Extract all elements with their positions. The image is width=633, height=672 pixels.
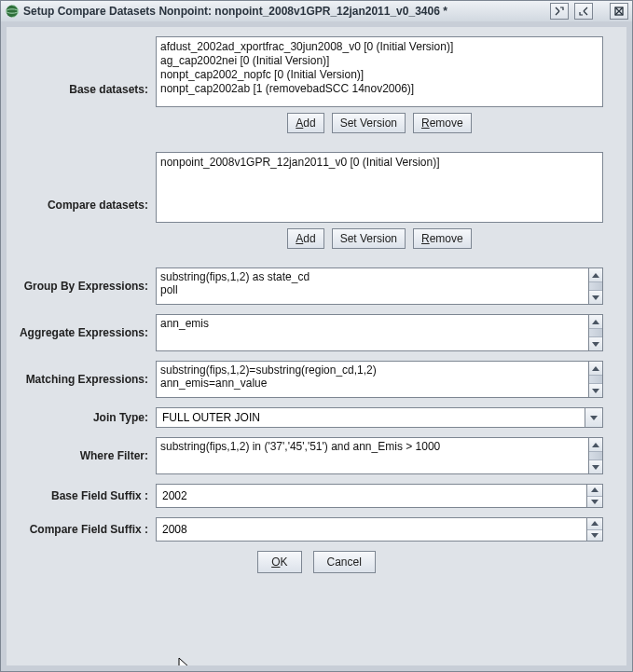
chevron-down-icon[interactable] — [585, 408, 602, 427]
scroll-thumb[interactable] — [589, 452, 602, 459]
list-item[interactable]: afdust_2002ad_xportfrac_30jun2008_v0 [0 … — [160, 40, 599, 54]
row-join-type: Join Type: FULL OUTER JOIN — [18, 407, 615, 428]
base-suffix-spinner — [586, 485, 602, 507]
maximize-button[interactable] — [574, 3, 593, 20]
app-icon — [5, 4, 20, 19]
base-suffix-input[interactable] — [157, 485, 586, 507]
minimize-button[interactable] — [550, 3, 569, 20]
scroll-down-icon[interactable] — [589, 383, 602, 397]
scroll-down-icon[interactable] — [589, 290, 602, 304]
where-filter-input[interactable] — [156, 437, 588, 474]
set-version-compare-button[interactable]: Set Version — [332, 228, 406, 249]
label-matching: Matching Expressions: — [18, 373, 156, 386]
label-where-filter: Where Filter: — [18, 449, 156, 462]
join-type-value: FULL OUTER JOIN — [157, 408, 585, 427]
compare-suffix-input[interactable] — [157, 518, 586, 541]
aggregate-wrap — [156, 314, 603, 351]
add-compare-button[interactable]: Add — [287, 228, 323, 249]
list-item[interactable]: nonpt_cap2002ab [1 (removebadSCC 14nov20… — [160, 82, 599, 96]
remove-base-button[interactable]: Remove — [413, 113, 472, 133]
compare-suffix-wrap — [156, 517, 603, 542]
compare-buttons: Add Set Version Remove — [156, 223, 603, 258]
scroll-thumb[interactable] — [589, 329, 602, 336]
label-compare-datasets: Compare datasets: — [18, 199, 156, 212]
scroll-thumb[interactable] — [589, 282, 602, 290]
spinner-up-icon[interactable] — [587, 518, 602, 530]
spinner-down-icon[interactable] — [587, 530, 602, 542]
row-base-suffix: Base Field Suffix : — [18, 484, 615, 508]
scroll-down-icon[interactable] — [589, 336, 602, 350]
row-matching: Matching Expressions: — [18, 361, 615, 398]
row-compare-suffix: Compare Field Suffix : — [18, 517, 615, 542]
set-version-base-button[interactable]: Set Version — [332, 113, 406, 133]
scroll-up-icon[interactable] — [589, 315, 602, 329]
list-item[interactable]: nonpoint_2008v1GPR_12jan2011_v0 [0 (Init… — [160, 156, 599, 170]
ok-button[interactable]: OK — [257, 551, 301, 573]
scroll-up-icon[interactable] — [589, 268, 602, 282]
label-group-by: Group By Expressions: — [18, 280, 156, 293]
spinner-down-icon[interactable] — [587, 497, 602, 508]
where-wrap — [156, 437, 603, 474]
scroll-thumb[interactable] — [589, 376, 602, 383]
spinner-up-icon[interactable] — [587, 485, 602, 497]
scroll-down-icon[interactable] — [589, 459, 602, 473]
group-by-scrollbar[interactable] — [588, 267, 603, 305]
matching-input[interactable] — [156, 361, 588, 398]
base-suffix-wrap — [156, 484, 603, 508]
row-where-filter: Where Filter: — [18, 437, 615, 474]
aggregate-scrollbar[interactable] — [588, 314, 603, 351]
cursor-icon — [178, 657, 193, 671]
label-aggregate: Aggregate Expressions: — [18, 326, 156, 339]
bottom-buttons: OK Cancel — [18, 551, 615, 573]
matching-scrollbar[interactable] — [588, 361, 603, 398]
compare-datasets-val: nonpoint_2008v1GPR_12jan2011_v0 [0 (Init… — [156, 152, 615, 258]
add-base-button[interactable]: Add — [287, 113, 323, 133]
row-compare-datasets: Compare datasets: nonpoint_2008v1GPR_12j… — [18, 152, 615, 258]
label-compare-suffix: Compare Field Suffix : — [18, 523, 156, 536]
window-title: Setup Compare Datasets Nonpoint: nonpoin… — [23, 5, 544, 18]
list-item[interactable]: ag_cap2002nei [0 (Initial Version)] — [160, 54, 599, 68]
group-by-input[interactable] — [156, 267, 588, 305]
label-join-type: Join Type: — [18, 411, 156, 424]
title-bar: Setup Compare Datasets Nonpoint: nonpoin… — [1, 1, 632, 22]
where-scrollbar[interactable] — [588, 437, 603, 474]
scroll-up-icon[interactable] — [589, 438, 602, 452]
base-datasets-val: afdust_2002ad_xportfrac_30jun2008_v0 [0 … — [156, 36, 615, 143]
scroll-up-icon[interactable] — [589, 362, 602, 376]
compare-datasets-list[interactable]: nonpoint_2008v1GPR_12jan2011_v0 [0 (Init… — [156, 152, 603, 223]
body-area: Base datasets: afdust_2002ad_xportfrac_3… — [1, 21, 632, 671]
label-base-datasets: Base datasets: — [18, 83, 156, 96]
base-buttons: Add Set Version Remove — [156, 107, 603, 143]
close-button[interactable] — [610, 3, 628, 20]
dialog-window: Setup Compare Datasets Nonpoint: nonpoin… — [0, 0, 633, 672]
group-by-wrap — [156, 267, 603, 305]
matching-wrap — [156, 361, 603, 398]
list-item[interactable]: nonpt_cap2002_nopfc [0 (Initial Version)… — [160, 68, 599, 82]
base-datasets-list[interactable]: afdust_2002ad_xportfrac_30jun2008_v0 [0 … — [156, 36, 603, 107]
row-base-datasets: Base datasets: afdust_2002ad_xportfrac_3… — [18, 36, 615, 143]
aggregate-input[interactable] — [156, 314, 588, 351]
label-base-suffix: Base Field Suffix : — [18, 489, 156, 502]
join-type-combo[interactable]: FULL OUTER JOIN — [156, 407, 603, 428]
row-aggregate: Aggregate Expressions: — [18, 314, 615, 351]
compare-suffix-spinner — [586, 518, 602, 541]
remove-compare-button[interactable]: Remove — [413, 228, 472, 249]
row-group-by: Group By Expressions: — [18, 267, 615, 305]
cancel-button[interactable]: Cancel — [313, 551, 376, 573]
